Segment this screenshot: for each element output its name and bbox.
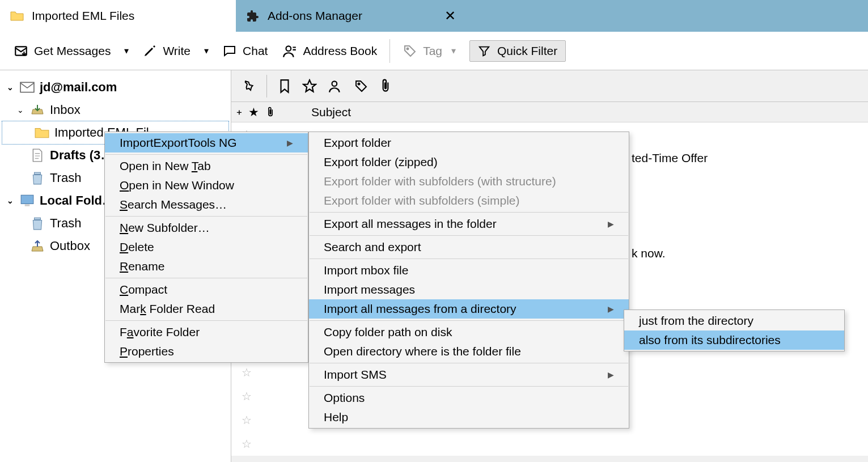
menu-separator [310, 212, 628, 213]
trash-icon [29, 216, 45, 231]
subject-col-label[interactable]: Subject [311, 105, 351, 119]
menu-just-from-directory[interactable]: just from the directory [624, 311, 844, 330]
chevron-down-icon[interactable]: ▾ [121, 45, 132, 56]
attachment-icon[interactable] [379, 79, 392, 94]
pin-icon[interactable] [242, 79, 255, 93]
menu-compact[interactable]: Compact [105, 280, 308, 299]
menu-rename[interactable]: Rename [105, 257, 308, 276]
svg-rect-3 [20, 82, 34, 92]
chevron-down-icon[interactable]: ⌄ [6, 196, 15, 205]
funnel-icon [478, 45, 490, 57]
tag-icon[interactable] [354, 79, 368, 93]
puzzle-icon [246, 9, 260, 23]
chat-icon [222, 44, 237, 58]
trash-icon [29, 171, 45, 185]
thread-col-icon[interactable]: ᚐ [237, 107, 242, 117]
chevron-down-icon: ▾ [448, 45, 459, 56]
star-icon[interactable]: ☆ [242, 437, 252, 451]
menu-import-sms[interactable]: Import SMS▶ [309, 365, 629, 384]
menu-delete[interactable]: Delete [105, 238, 308, 257]
menu-separator [310, 235, 628, 236]
folder-icon [10, 9, 24, 23]
menu-properties[interactable]: Properties [105, 342, 308, 361]
button-label: Get Messages [34, 44, 111, 58]
menu-export-subfolders-structure: Export folder with subfolders (with stru… [309, 172, 629, 191]
account-label: jd@mail.com [40, 80, 117, 95]
button-label: Tag [423, 44, 442, 58]
menu-separator [105, 216, 307, 217]
chevron-down-icon[interactable]: ⌄ [16, 105, 25, 115]
svg-rect-7 [35, 218, 41, 219]
menu-import-mbox[interactable]: Import mbox file [309, 261, 629, 280]
menu-separator [105, 278, 307, 278]
pencil-icon [142, 44, 157, 58]
menu-export-subfolders-simple: Export folder with subfolders (simple) [309, 191, 629, 210]
star-icon[interactable]: ☆ [242, 389, 252, 403]
separator [389, 39, 390, 63]
star-icon[interactable] [302, 79, 317, 94]
download-icon [14, 44, 28, 58]
contact-icon[interactable] [328, 79, 343, 94]
tag-icon [403, 44, 417, 58]
menu-search-export[interactable]: Search and export [309, 238, 629, 257]
column-header: ᚐ ★ Subject [231, 102, 868, 122]
star-col-icon[interactable]: ★ [248, 105, 259, 119]
menu-separator [310, 363, 628, 363]
menu-favorite-folder[interactable]: Favorite Folder [105, 323, 308, 342]
menu-options[interactable]: Options [309, 388, 629, 408]
inbox-row[interactable]: ⌄ Inbox [0, 99, 231, 121]
tag-button[interactable]: Tag ▾ [398, 41, 464, 61]
chevron-down-icon[interactable]: ▾ [201, 45, 212, 56]
menu-open-new-tab[interactable]: Open in New Tab [105, 156, 308, 176]
close-icon[interactable]: ✕ [444, 8, 456, 24]
menu-export-all-messages[interactable]: Export all messages in the folder▶ [309, 214, 629, 234]
inbox-icon [29, 103, 45, 117]
computer-icon [19, 193, 35, 208]
menu-export-folder-zipped[interactable]: Export folder (zipped) [309, 152, 629, 172]
menu-separator [105, 320, 307, 321]
get-messages-button[interactable]: Get Messages [9, 41, 115, 61]
person-icon [282, 44, 297, 58]
menu-search-messages[interactable]: Search Messages… [105, 195, 308, 214]
quick-filter-button[interactable]: Quick Filter [469, 40, 566, 62]
star-icon[interactable]: ☆ [242, 366, 252, 379]
attach-col-icon[interactable] [266, 107, 275, 118]
menu-open-new-window[interactable]: Open in New Window [105, 176, 308, 195]
chat-button[interactable]: Chat [218, 41, 272, 61]
menu-copy-folder-path[interactable]: Copy folder path on disk [309, 323, 629, 342]
folder-label: Drafts (3… [50, 148, 113, 163]
chevron-right-icon: ▶ [608, 304, 614, 313]
tab-bar: Imported EML Files Add-ons Manager ✕ [0, 0, 868, 32]
button-label: Address Book [303, 44, 377, 58]
chevron-down-icon[interactable]: ⌄ [6, 83, 15, 92]
account-row[interactable]: ⌄ jd@mail.com [0, 76, 231, 99]
tab-label: Imported EML Files [32, 9, 134, 23]
menu-open-folder-directory[interactable]: Open directory where is the folder file [309, 342, 629, 361]
folder-label: Trash [50, 216, 81, 231]
folder-label: Outbox [50, 239, 90, 253]
svg-rect-5 [21, 195, 33, 204]
tab-addons-manager[interactable]: Add-ons Manager ✕ [236, 0, 466, 32]
write-button[interactable]: Write [138, 41, 195, 61]
menu-also-from-subdirectories[interactable]: also from its subdirectories [624, 330, 844, 350]
svg-point-1 [286, 46, 291, 51]
folder-label: Trash [50, 171, 81, 185]
menu-import-all-from-directory[interactable]: Import all messages from a directory▶ [309, 299, 629, 319]
menu-new-subfolder[interactable]: New Subfolder… [105, 218, 308, 238]
menu-export-folder[interactable]: Export folder [309, 133, 629, 152]
menu-import-messages[interactable]: Import messages [309, 280, 629, 299]
quick-filter-bar [231, 70, 868, 102]
tab-imported-eml[interactable]: Imported EML Files [0, 0, 236, 32]
menu-help[interactable]: Help [309, 408, 629, 427]
star-icon[interactable]: ☆ [242, 413, 252, 427]
main-toolbar: Get Messages ▾ Write ▾ Chat Address Book… [0, 32, 868, 70]
menu-importexporttools[interactable]: ImportExportTools NG▶ [105, 133, 308, 152]
svg-point-8 [332, 81, 337, 86]
folder-icon [34, 125, 50, 140]
address-book-button[interactable]: Address Book [278, 41, 382, 61]
message-row[interactable]: ☆ [231, 432, 868, 456]
chevron-right-icon: ▶ [608, 219, 614, 228]
menu-mark-folder-read[interactable]: Mark Folder Read [105, 299, 308, 319]
chevron-right-icon: ▶ [287, 138, 293, 147]
bookmark-icon[interactable] [278, 79, 291, 94]
